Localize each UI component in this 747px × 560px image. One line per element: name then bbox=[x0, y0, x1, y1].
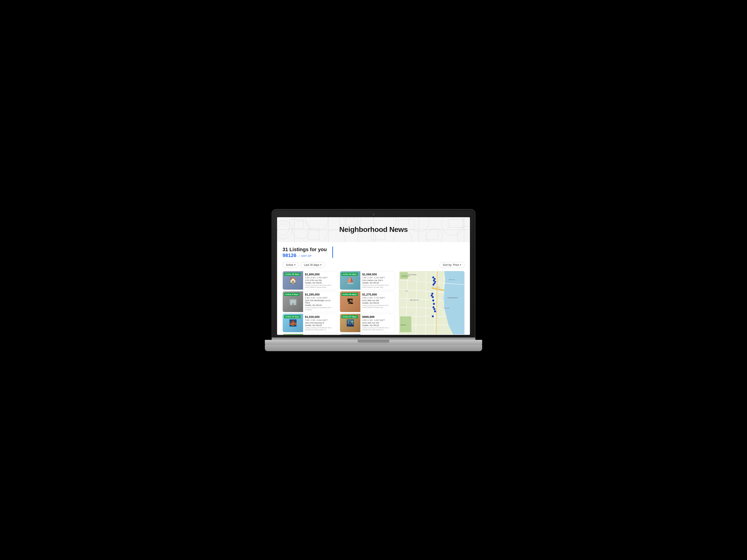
svg-rect-39 bbox=[400, 316, 411, 332]
laptop-wrapper: Neighborhood News 31 Listings for you 98… bbox=[272, 209, 475, 351]
listing-city: Seattle, WA 98126 bbox=[362, 302, 393, 304]
svg-point-61 bbox=[433, 308, 436, 310]
svg-point-62 bbox=[434, 310, 436, 313]
svg-point-12 bbox=[457, 226, 470, 242]
svg-rect-13 bbox=[290, 219, 303, 229]
header-divider bbox=[332, 247, 333, 258]
chevron-down-icon: ▾ bbox=[320, 264, 321, 266]
listing-credit: Listing Courtesy of Northwest MLS / Kell… bbox=[362, 284, 393, 288]
svg-text:ALKI: ALKI bbox=[406, 291, 408, 292]
listing-city: Seattle, WA 98126 bbox=[305, 282, 336, 284]
listing-details: $1,275,000 3 BD | 3 BA 2,710 SQFT 6722 3… bbox=[360, 291, 395, 312]
listing-image: 🏗 Active 30 days bbox=[340, 291, 360, 312]
listing-image: 🏢 Active 9 days bbox=[283, 291, 303, 312]
listing-card[interactable]: ⛵ Active 20 days $1,599,500 3 BD | 4 BA … bbox=[340, 271, 395, 290]
listing-address: 3228 SW Westbridge Lot 14 Place bbox=[305, 299, 336, 304]
listings-summary: 31 Listings for you 98126 EDIT ZIP bbox=[283, 247, 327, 258]
listing-row: 🏠 Active 28 days $1,800,000 4 BD | 5 BA … bbox=[283, 271, 395, 290]
filters-row: Active ▾ Last 30 days ▾ Sort by: Price ▾ bbox=[283, 262, 464, 268]
svg-rect-19 bbox=[448, 219, 463, 228]
svg-text:West Seattle Bridge: West Seattle Bridge bbox=[432, 287, 440, 288]
listing-city: Seattle, WA 98126 bbox=[305, 304, 336, 306]
listing-details: $1,800,000 4 BD | 5 BA 3,760 SQFT 2715 3… bbox=[303, 271, 338, 290]
hero-banner: Neighborhood News bbox=[277, 217, 470, 242]
listing-details: $685,000 4 BD | 4 BA 1,616 SQFT Seattle,… bbox=[303, 334, 338, 335]
listing-specs: 3 BD | 4 BA 3,233 SQFT bbox=[362, 276, 393, 279]
listings-header: 31 Listings for you 98126 EDIT ZIP bbox=[283, 247, 464, 258]
listing-row: 🏢 Active 9 days $1,295,000 5 BD | 4 BA 3… bbox=[283, 291, 395, 312]
listing-card[interactable]: 🌃 Active 27 days $999,999 4 BD | 4 BA 3,… bbox=[340, 314, 395, 332]
days-filter-button[interactable]: Last 30 days ▾ bbox=[301, 262, 325, 268]
main-content: 🏠 Active 28 days $1,800,000 4 BD | 5 BA … bbox=[283, 271, 464, 335]
edit-zip-button[interactable]: EDIT ZIP bbox=[298, 255, 311, 257]
listing-city: Seattle, WA 98126 bbox=[362, 282, 393, 284]
svg-point-10 bbox=[427, 229, 442, 242]
listing-address: 2715 37th Ave SW bbox=[305, 279, 336, 282]
svg-rect-15 bbox=[339, 218, 358, 225]
listing-card[interactable]: 🏡 Active 8 days $685,000 4 BD | 4 BA 1,6… bbox=[283, 334, 338, 335]
listing-city: Seattle, WA 98126 bbox=[305, 324, 336, 326]
listing-card[interactable]: 🏠 Active 28 days $1,800,000 4 BD | 5 BA … bbox=[283, 271, 338, 290]
listing-address: 3403 SW Manning St bbox=[305, 322, 336, 324]
listing-price: $1,030,000 bbox=[305, 315, 336, 319]
active-badge: Active 27 days bbox=[341, 315, 358, 318]
listing-image: 🏘 Active 7 days bbox=[340, 334, 360, 335]
hero-title: Neighborhood News bbox=[339, 225, 408, 234]
listing-details: $1,295,000 5 BD | 4 BA 3,234 SQFT 3228 S… bbox=[303, 291, 338, 312]
listing-specs: 4 BD | 5 BA 3,760 SQFT bbox=[305, 276, 336, 279]
svg-text:NORTH ADMIRAL: NORTH ADMIRAL bbox=[408, 274, 417, 275]
status-filter-button[interactable]: Active ▾ bbox=[283, 262, 299, 268]
svg-point-3 bbox=[306, 217, 328, 231]
map-svg: Alki Beach Park NORTH ADMIRAL ALKI WEST … bbox=[399, 271, 464, 335]
svg-point-57 bbox=[432, 296, 434, 298]
laptop-notch bbox=[358, 340, 389, 343]
active-badge: Active 30 days bbox=[284, 315, 301, 318]
listing-specs: 5 BD | 4 BA 3,234 SQFT bbox=[305, 297, 336, 299]
listing-card[interactable]: 🏗 Active 30 days $1,275,000 3 BD | 3 BA … bbox=[340, 291, 395, 312]
listing-details: $999,999 4 BD | 4 BA 3,430 SQFT 3322 35t… bbox=[360, 314, 395, 332]
svg-point-54 bbox=[432, 284, 435, 286]
active-badge: Active 9 days bbox=[284, 293, 300, 296]
house-thumbnail: 🏘 bbox=[340, 334, 360, 335]
laptop-hinge bbox=[272, 338, 475, 340]
listing-address: 3322 35th Ave SW bbox=[362, 322, 393, 324]
listing-price: $1,275,000 bbox=[362, 293, 393, 296]
listing-address: 2161 Harbor Ave SW A bbox=[362, 279, 393, 282]
svg-rect-18 bbox=[426, 230, 438, 240]
listing-credit: Listing Courtesy of Northwest MLS / Kell… bbox=[305, 284, 336, 288]
svg-text:Fauntleroy Park: Fauntleroy Park bbox=[443, 308, 449, 309]
listing-specs: 3 BD | 3 BA 2,944 SQFT bbox=[305, 319, 336, 321]
listing-address: 6722 38th Ave SW bbox=[362, 299, 393, 302]
listing-card[interactable]: 🌉 Active 30 days $1,030,000 3 BD | 3 BA … bbox=[283, 314, 338, 332]
listing-details: $674,950 3 BD | 1 BA 1,650 SQFT Seattle,… bbox=[360, 334, 395, 335]
listing-credit: Listing Courtesy of Northwest MLS / Kell… bbox=[362, 304, 393, 309]
content-area: 31 Listings for you 98126 EDIT ZIP bbox=[277, 242, 470, 335]
chevron-down-icon: ▾ bbox=[460, 264, 461, 266]
active-badge: Active 20 days bbox=[341, 273, 358, 276]
listing-city: Seattle, WA 98126 bbox=[362, 324, 393, 326]
sort-button[interactable]: Sort by: Price ▾ bbox=[439, 262, 464, 268]
zip-row: 98126 EDIT ZIP bbox=[283, 252, 327, 258]
svg-point-11 bbox=[441, 217, 464, 235]
map-panel[interactable]: Alki Beach Park NORTH ADMIRAL ALKI WEST … bbox=[399, 271, 464, 335]
listing-price: $1,295,000 bbox=[305, 293, 336, 296]
svg-text:INDUSTRIA DISTRICT: INDUSTRIA DISTRICT bbox=[447, 297, 458, 298]
listing-row: 🌉 Active 30 days $1,030,000 3 BD | 3 BA … bbox=[283, 314, 395, 332]
svg-text:Harbor Island: Harbor Island bbox=[449, 279, 455, 281]
listing-card[interactable]: 🏢 Active 9 days $1,295,000 5 BD | 4 BA 3… bbox=[283, 291, 338, 312]
listing-image: 🏡 Active 8 days bbox=[283, 334, 303, 335]
laptop-bottom bbox=[265, 340, 482, 345]
listing-specs: 4 BD | 4 BA 3,430 SQFT bbox=[362, 319, 393, 321]
listing-price: $999,999 bbox=[362, 315, 393, 319]
listing-credit: Listing Courtesy of Northwest MLS / Comp… bbox=[305, 306, 336, 311]
svg-text:Puget Park: Puget Park bbox=[401, 324, 406, 326]
listings-count: 31 Listings for you bbox=[283, 247, 327, 252]
chevron-down-icon: ▾ bbox=[294, 264, 295, 266]
listings-panel: 🏠 Active 28 days $1,800,000 4 BD | 5 BA … bbox=[283, 271, 395, 335]
map-container: Alki Beach Park NORTH ADMIRAL ALKI WEST … bbox=[399, 271, 464, 335]
laptop-bezel: Neighborhood News 31 Listings for you 98… bbox=[272, 209, 475, 338]
listing-image: ⛵ Active 20 days bbox=[340, 271, 360, 290]
laptop-base bbox=[265, 345, 482, 351]
svg-point-58 bbox=[432, 299, 434, 302]
listing-card[interactable]: 🏘 Active 7 days $674,950 3 BD | 1 BA 1,6… bbox=[340, 334, 395, 335]
